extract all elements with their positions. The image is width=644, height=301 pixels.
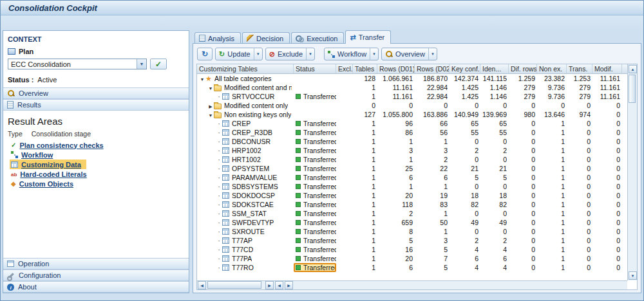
excl-cell[interactable] [336, 173, 353, 182]
status-cell[interactable] [294, 74, 336, 83]
status-cell[interactable]: Transferred [294, 137, 336, 146]
column-header-key-conf[interactable]: Key conf. [450, 64, 480, 73]
excl-cell[interactable] [336, 218, 353, 227]
exclude-dropdown-arrow-icon[interactable] [306, 48, 314, 60]
table-row-all-table-categories[interactable]: All table categories1281.066.961186.8701… [197, 74, 627, 83]
table-row-opsystem[interactable]: OPSYSTEMTransferred1252221210100 [197, 164, 627, 173]
excl-cell[interactable] [336, 119, 353, 128]
column-header-non-ex[interactable]: Non ex. [537, 64, 567, 73]
table-row-srtvoccur[interactable]: SRTVOCCURTransferred111.16122.9841.4251.… [197, 92, 627, 101]
excl-cell[interactable] [336, 209, 353, 218]
excl-cell[interactable] [336, 92, 353, 101]
status-cell[interactable]: Transferred [294, 245, 336, 254]
excl-cell[interactable] [336, 200, 353, 209]
overview-panel-bar[interactable]: Overview [3, 87, 189, 99]
scroll-right2-button[interactable]: ▶ [285, 281, 293, 289]
excl-cell[interactable] [336, 155, 353, 164]
sidebar-item-custom-objects[interactable]: Custom Objects [10, 179, 79, 188]
excl-cell[interactable] [336, 110, 353, 119]
status-cell[interactable]: Transferred [294, 119, 336, 128]
table-row-t77ap[interactable]: T77APTransferred153220100 [197, 236, 627, 245]
status-cell[interactable]: Transferred [294, 263, 336, 272]
table-row-sdbsystems[interactable]: SDBSYSTEMSTransferred111000100 [197, 182, 627, 191]
status-cell[interactable]: Transferred [294, 146, 336, 155]
scroll-right-button[interactable]: ▶ [265, 281, 274, 289]
dropdown-arrow-icon[interactable] [137, 59, 146, 69]
excl-cell[interactable] [336, 146, 353, 155]
table-row-sdokstcae[interactable]: SDOKSTCAETransferred11188382820100 [197, 200, 627, 209]
table-row-modified-content-only[interactable]: Modified content only000000000 [197, 101, 627, 110]
sidebar-item-customizing-data[interactable]: Customizing Data [10, 160, 86, 169]
update-dropdown-arrow-icon[interactable] [254, 48, 262, 60]
column-header-iden[interactable]: Iden... [480, 64, 509, 73]
status-cell[interactable]: Transferred [294, 209, 336, 218]
excl-cell[interactable] [336, 83, 353, 92]
status-cell[interactable]: Transferred [294, 182, 336, 191]
tab-execution[interactable]: Execution [291, 32, 344, 44]
sidebar-item-hard-coded-literals[interactable]: Hard-coded Literals [10, 169, 92, 179]
excl-cell[interactable] [336, 182, 353, 191]
vertical-scrollbar[interactable]: ▲ ▼ [627, 64, 637, 280]
scroll-up-button[interactable]: ▲ [629, 65, 637, 73]
vscroll-thumb[interactable] [629, 75, 636, 103]
table-row-swfdevtyp[interactable]: SWFDEVTYPTransferred16595049490100 [197, 218, 627, 227]
tab-decision[interactable]: Decision [242, 32, 290, 44]
column-header-modif[interactable]: Modif. [592, 64, 622, 73]
table-row-modified-content-and-non-existing[interactable]: Modified content and non existing111.161… [197, 83, 627, 92]
plan-select[interactable]: ECC Consolidation [8, 59, 147, 69]
column-header-status[interactable]: Status [294, 64, 336, 73]
collapse-icon[interactable] [207, 84, 214, 91]
excl-cell[interactable] [336, 101, 353, 110]
column-header-customizing-tables[interactable]: Customizing Tables [197, 64, 294, 73]
status-cell[interactable]: Transferred [294, 254, 336, 263]
workflow-dropdown-arrow-icon[interactable] [370, 48, 378, 60]
excl-cell[interactable] [336, 128, 353, 137]
overview-button[interactable]: Overview [381, 48, 437, 60]
exclude-button[interactable]: Exclude [265, 48, 315, 60]
column-header-excl[interactable]: Excl. [336, 64, 353, 73]
status-cell[interactable] [294, 83, 336, 92]
horizontal-scrollbar[interactable]: ◀ ▶ ◀ ▶ [197, 280, 627, 289]
excl-cell[interactable] [336, 263, 353, 272]
status-cell[interactable]: Transferred [294, 236, 336, 245]
table-row-non-existing-keys-only[interactable]: Non existing keys only1271.055.800163.88… [197, 110, 627, 119]
excl-cell[interactable] [336, 254, 353, 263]
table-row-t77ro[interactable]: T77ROTransferred165440100 [197, 263, 627, 272]
column-header-rows-d02[interactable]: Rows (D02) [415, 64, 450, 73]
table-row-hrt1002[interactable]: HRT1002Transferred112000100 [197, 155, 627, 164]
workflow-button[interactable]: Workflow [324, 48, 379, 60]
status-cell[interactable]: Transferred [294, 164, 336, 173]
column-header-trans[interactable]: Trans. [567, 64, 592, 73]
operation-panel-bar[interactable]: Operation [3, 258, 189, 269]
collapse-icon[interactable] [207, 111, 214, 118]
column-header-rows-d01[interactable]: Rows (D01) [377, 64, 415, 73]
column-header-tables[interactable]: Tables [353, 64, 377, 73]
tab-analysis[interactable]: Analysis [194, 32, 241, 44]
table-row-crep-r3db[interactable]: CREP_R3DBTransferred1865655550100 [197, 128, 627, 137]
expand-icon[interactable] [207, 102, 214, 109]
status-cell[interactable]: Transferred [294, 227, 336, 236]
status-cell[interactable]: Transferred [294, 155, 336, 164]
excl-cell[interactable] [336, 137, 353, 146]
table-row-dbconusr[interactable]: DBCONUSRTransferred111000100 [197, 137, 627, 146]
results-panel-bar[interactable]: Results [3, 99, 189, 111]
overview-dropdown-arrow-icon[interactable] [428, 48, 437, 60]
table-row-sdokdocsp[interactable]: SDOKDOCSPTransferred1201918180100 [197, 191, 627, 200]
hscroll-thumb[interactable] [207, 281, 261, 289]
excl-cell[interactable] [336, 236, 353, 245]
excl-cell[interactable] [336, 227, 353, 236]
table-row-paramvalue[interactable]: PARAMVALUETransferred166550100 [197, 173, 627, 182]
hscroll-track[interactable] [207, 281, 264, 289]
table-row-hrp1002[interactable]: HRP1002Transferred133220100 [197, 146, 627, 155]
table-row-t77cd[interactable]: T77CDTransferred1165440100 [197, 245, 627, 254]
sidebar-item-workflow[interactable]: Workflow [10, 150, 58, 160]
excl-cell[interactable] [336, 164, 353, 173]
status-cell[interactable]: Transferred [294, 128, 336, 137]
status-cell[interactable] [294, 101, 336, 110]
scroll-left-button[interactable]: ◀ [198, 281, 206, 289]
configuration-panel-bar[interactable]: Configuration [3, 269, 189, 281]
status-cell[interactable]: Transferred [294, 92, 336, 101]
scroll-left2-button[interactable]: ◀ [275, 281, 283, 289]
about-panel-bar[interactable]: About [3, 281, 189, 293]
status-cell[interactable]: Transferred [294, 218, 336, 227]
